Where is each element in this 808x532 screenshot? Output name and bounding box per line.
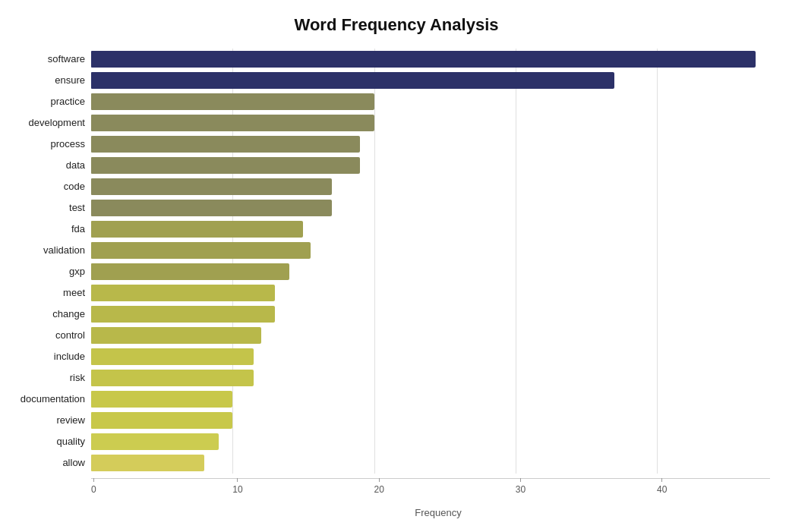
x-tick-mark xyxy=(237,478,238,482)
x-tick-label: 10 xyxy=(232,484,242,495)
bar-row: review xyxy=(91,410,770,430)
bar-wrapper xyxy=(91,370,770,386)
bar xyxy=(91,178,332,195)
x-tick-label: 30 xyxy=(516,484,526,495)
bar xyxy=(91,72,614,89)
x-axis-line xyxy=(91,478,770,479)
bar xyxy=(91,348,254,365)
bar-row: control xyxy=(91,325,770,345)
bar-row: code xyxy=(91,176,770,197)
bar-wrapper xyxy=(91,348,770,365)
x-tick: 10 xyxy=(232,478,242,495)
bar-row: quality xyxy=(91,431,770,452)
bar xyxy=(91,136,360,153)
bar xyxy=(91,285,275,301)
bar xyxy=(91,242,311,259)
x-tick-mark xyxy=(379,478,380,482)
bar-wrapper xyxy=(91,157,770,174)
x-tick: 40 xyxy=(657,478,667,495)
bar-wrapper xyxy=(91,115,770,131)
bar-wrapper xyxy=(91,221,770,238)
bar-label: ensure xyxy=(2,74,85,86)
bar xyxy=(91,157,360,174)
bar-label: risk xyxy=(2,372,85,383)
bar-label: software xyxy=(2,53,85,65)
bar-row: documentation xyxy=(91,389,770,409)
bar-row: test xyxy=(91,197,770,218)
bar-wrapper xyxy=(91,136,770,153)
bar-label: change xyxy=(2,308,85,320)
x-tick-mark xyxy=(661,478,662,482)
bar-label: code xyxy=(2,181,85,192)
x-tick: 20 xyxy=(374,478,384,495)
bar-wrapper xyxy=(91,242,770,259)
bar-label: allow xyxy=(2,457,85,468)
bar-row: meet xyxy=(91,282,770,303)
bar-row: fda xyxy=(91,219,770,239)
bar-label: fda xyxy=(2,223,85,235)
bar xyxy=(91,455,204,471)
x-tick-label: 40 xyxy=(657,484,667,495)
chart-title: Word Frequency Analysis xyxy=(8,15,785,35)
x-tick-mark xyxy=(93,478,94,482)
bar xyxy=(91,93,374,110)
chart-container: Word Frequency Analysis softwareensurepr… xyxy=(0,0,808,532)
bar-wrapper xyxy=(91,433,770,450)
bar-wrapper xyxy=(91,391,770,408)
bar xyxy=(91,327,261,344)
x-axis-title: Frequency xyxy=(91,507,785,518)
bar-wrapper xyxy=(91,51,770,68)
bar-wrapper xyxy=(91,412,770,429)
chart-body: softwareensurepracticedevelopmentprocess… xyxy=(8,49,785,518)
x-tick-label: 0 xyxy=(91,484,96,495)
bar-label: process xyxy=(2,138,85,150)
bar-label: quality xyxy=(2,436,85,447)
bar xyxy=(91,263,289,280)
bar-label: review xyxy=(2,414,85,426)
bar-row: data xyxy=(91,155,770,175)
bar-wrapper xyxy=(91,306,770,323)
bar-label: control xyxy=(2,329,85,341)
bar xyxy=(91,433,219,450)
bar-row: include xyxy=(91,346,770,367)
x-tick-label: 20 xyxy=(374,484,384,495)
chart-area: softwareensurepracticedevelopmentprocess… xyxy=(91,49,770,474)
bar-row: development xyxy=(91,112,770,133)
bar xyxy=(91,370,254,386)
bar-row: change xyxy=(91,304,770,324)
x-tick: 30 xyxy=(516,478,526,495)
bar-row: practice xyxy=(91,91,770,112)
bar xyxy=(91,306,275,323)
x-tick: 0 xyxy=(91,478,96,495)
bar-wrapper xyxy=(91,200,770,216)
bar-row: validation xyxy=(91,240,770,260)
bar-wrapper xyxy=(91,327,770,344)
bar-label: data xyxy=(2,159,85,171)
bar-row: allow xyxy=(91,452,770,473)
bar-wrapper xyxy=(91,72,770,89)
bar-label: documentation xyxy=(2,393,85,405)
bar xyxy=(91,200,332,216)
bar-label: meet xyxy=(2,287,85,298)
bar-row: process xyxy=(91,134,770,154)
bar-label: include xyxy=(2,351,85,362)
bar-wrapper xyxy=(91,263,770,280)
bar-label: gxp xyxy=(2,266,85,277)
x-tick-mark xyxy=(520,478,521,482)
bar xyxy=(91,391,232,408)
bar-row: gxp xyxy=(91,261,770,282)
bar-wrapper xyxy=(91,178,770,195)
bar xyxy=(91,412,232,429)
bar-row: software xyxy=(91,49,770,69)
bar xyxy=(91,221,303,238)
bar-wrapper xyxy=(91,93,770,110)
bar-label: test xyxy=(2,202,85,213)
bar xyxy=(91,115,374,131)
x-axis-area: 010203040 xyxy=(91,478,770,501)
bar-row: ensure xyxy=(91,70,770,90)
bar-row: risk xyxy=(91,367,770,388)
bar-wrapper xyxy=(91,285,770,301)
bar-label: validation xyxy=(2,244,85,256)
bar-label: development xyxy=(2,117,85,128)
bar xyxy=(91,51,756,68)
